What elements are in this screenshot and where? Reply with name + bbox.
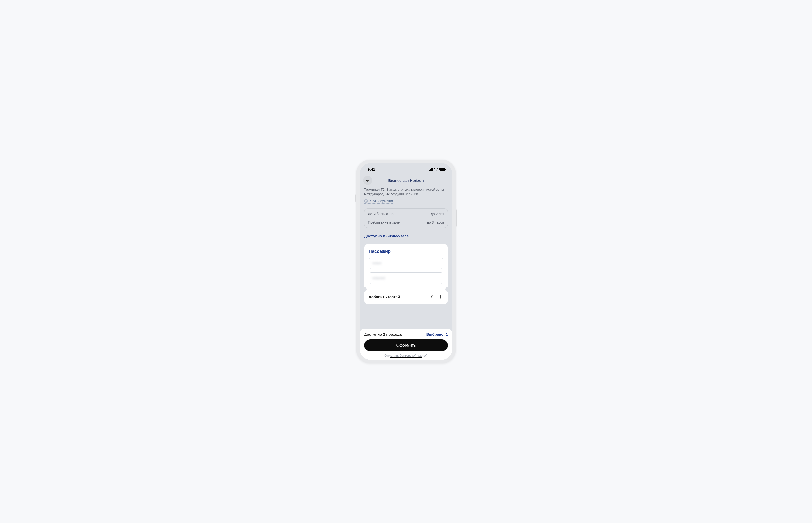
info-row-children: Дети бесплатно до 2 лет xyxy=(368,210,444,218)
battery-icon xyxy=(439,167,445,170)
content: Терминал Т2, 3 этаж атриума галереи чист… xyxy=(360,186,452,329)
passenger-field-1[interactable]: redact xyxy=(369,257,443,269)
stay-label: Пребывание в зале xyxy=(368,220,399,224)
available-passes: Доступно 2 прохода xyxy=(364,332,401,336)
guest-stepper: 0 xyxy=(421,294,443,300)
increment-button[interactable] xyxy=(437,294,443,300)
screen: 9:41 Бизнес-зал Horizon Терминал Т2, 3 э… xyxy=(360,163,452,360)
children-label: Дети бесплатно xyxy=(368,212,394,216)
arrow-left-icon xyxy=(365,178,370,183)
hours-label: Круглосуточно xyxy=(369,199,393,203)
plus-icon xyxy=(438,294,443,299)
clock-icon xyxy=(364,199,368,203)
add-guests-label: Добавить гостей xyxy=(369,294,400,299)
footer-status-row: Доступно 2 прохода Выбрано: 1 xyxy=(364,332,448,336)
children-value: до 2 лет xyxy=(431,212,444,216)
decrement-button[interactable] xyxy=(421,294,427,300)
guest-count: 0 xyxy=(430,294,434,299)
redacted-value: redacted xyxy=(373,276,385,280)
status-bar: 9:41 xyxy=(360,163,452,175)
selected-count: Выбрано: 1 xyxy=(427,332,448,336)
wifi-icon xyxy=(434,167,438,170)
cellular-icon xyxy=(429,167,433,170)
ticket-notch xyxy=(364,287,448,291)
amenities-link[interactable]: Доступно в бизнес-зале xyxy=(364,234,409,239)
info-row-stay: Пребывание в зале до 3 часов xyxy=(368,218,444,227)
location-text: Терминал Т2, 3 этаж атриума галереи чист… xyxy=(364,187,448,196)
guest-row: Добавить гостей 0 xyxy=(369,294,443,300)
submit-button[interactable]: Оформить xyxy=(364,339,448,351)
footer: Доступно 2 прохода Выбрано: 1 Оформить О… xyxy=(360,329,452,360)
hours-link[interactable]: Круглосуточно xyxy=(364,199,393,203)
redacted-value: redact xyxy=(373,261,381,265)
page-title: Бизнес-зал Horizon xyxy=(360,179,452,183)
passenger-title: Пассажир xyxy=(369,249,443,254)
status-icons xyxy=(429,167,445,170)
info-card: Дети бесплатно до 2 лет Пребывание в зал… xyxy=(364,208,448,228)
passenger-field-2[interactable]: redacted xyxy=(369,272,443,284)
navbar: Бизнес-зал Horizon xyxy=(360,175,452,186)
minus-icon xyxy=(422,294,427,299)
home-indicator[interactable] xyxy=(390,357,422,358)
phone-frame: 9:41 Бизнес-зал Horizon Терминал Т2, 3 э… xyxy=(356,160,456,363)
status-time: 9:41 xyxy=(368,167,375,171)
passenger-card: Пассажир redact redacted Добавить гостей… xyxy=(364,244,448,304)
back-button[interactable] xyxy=(363,176,372,185)
stay-value: до 3 часов xyxy=(427,220,444,224)
